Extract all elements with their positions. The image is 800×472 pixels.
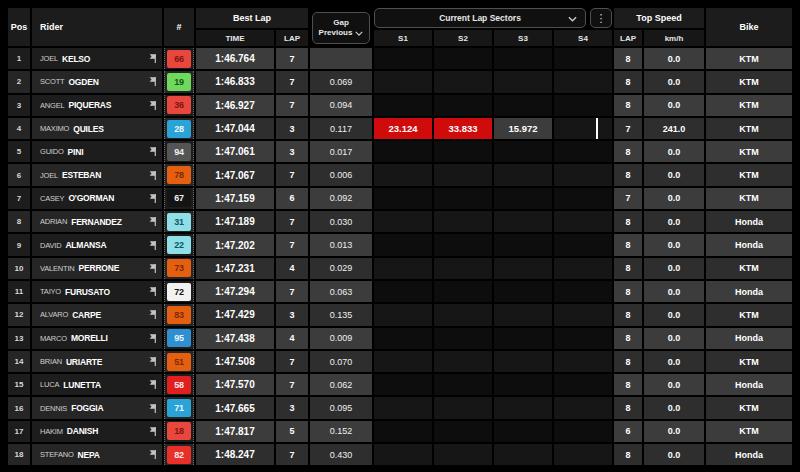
sector-s2-cell — [434, 304, 492, 325]
best-lap-lap: 3 — [276, 397, 308, 418]
current-lap-value: 8 — [614, 351, 642, 372]
gap-previous-value: 0.013 — [310, 234, 372, 255]
sector-s2-cell — [434, 164, 492, 185]
sector-s4-cell — [554, 258, 612, 279]
best-lap-time: 1:47.508 — [196, 351, 274, 372]
rider-number-cell: 78 — [164, 164, 194, 185]
pit-flag-icon — [148, 170, 158, 181]
best-lap-time: 1:47.294 — [196, 281, 274, 302]
sector-s4-cell — [554, 397, 612, 418]
sector-s1-cell: 23.124 — [374, 118, 432, 139]
sector-s1-cell — [374, 397, 432, 418]
position-cell: 17 — [8, 421, 30, 442]
position-cell: 14 — [8, 351, 30, 372]
rider-cell: MAXIMO QUILES — [32, 118, 162, 139]
gap-mode-dropdown[interactable]: Gap Previous — [312, 12, 370, 44]
table-row[interactable]: 11 TAIYO FURUSATO 72 1:47.294 7 0.063 8 … — [8, 281, 792, 302]
pit-flag-icon — [148, 356, 158, 367]
position-cell: 8 — [8, 211, 30, 232]
sector-s4-cell — [554, 71, 612, 92]
table-row[interactable]: 15 LUCA LUNETTA 58 1:47.570 7 0.062 8 0.… — [8, 374, 792, 395]
table-row[interactable]: 10 VALENTIN PERRONE 73 1:47.231 4 0.029 … — [8, 258, 792, 279]
bike-name: KTM — [706, 304, 792, 325]
gap-previous-value: 0.009 — [310, 328, 372, 349]
top-speed-value: 0.0 — [644, 48, 704, 69]
best-lap-lap: 7 — [276, 444, 308, 465]
table-header: Pos Rider # Best Lap TIME LAP Gap Previo… — [8, 8, 792, 46]
header-top-speed: Top Speed — [614, 8, 704, 28]
rider-lastname: NEPA — [78, 450, 100, 460]
rider-number-cell: 73 — [164, 258, 194, 279]
position-cell: 15 — [8, 374, 30, 395]
table-row[interactable]: 1 JOEL KELSO 66 1:46.764 7 8 0.0 KTM — [8, 48, 792, 69]
rider-lastname: QUILES — [73, 124, 103, 134]
best-lap-lap: 4 — [276, 258, 308, 279]
table-row[interactable]: 17 HAKIM DANISH 18 1:47.817 5 0.152 6 0.… — [8, 421, 792, 442]
top-speed-value: 0.0 — [644, 328, 704, 349]
sector-s1-cell — [374, 374, 432, 395]
sector-s2-cell: 33.833 — [434, 118, 492, 139]
bike-name: Honda — [706, 211, 792, 232]
sector-s2-cell — [434, 141, 492, 162]
sector-s2-cell — [434, 258, 492, 279]
gap-previous-value: 0.063 — [310, 281, 372, 302]
kebab-menu-icon[interactable]: ⋮ — [590, 8, 612, 28]
rider-number-cell: 83 — [164, 304, 194, 325]
rider-firstname: STEFANO — [40, 450, 74, 459]
pit-flag-icon — [148, 146, 158, 157]
sector-s3-cell: 15.972 — [494, 118, 552, 139]
table-row[interactable]: 16 DENNIS FOGGIA 71 1:47.665 3 0.095 8 0… — [8, 397, 792, 418]
table-row[interactable]: 6 JOEL ESTEBAN 78 1:47.067 7 0.006 8 0.0… — [8, 164, 792, 185]
rider-cell: TAIYO FURUSATO — [32, 281, 162, 302]
rider-lastname: MORELLI — [71, 333, 108, 343]
best-lap-lap: 7 — [276, 351, 308, 372]
rider-number-badge: 67 — [167, 189, 191, 207]
position-cell: 12 — [8, 304, 30, 325]
header-bike: Bike — [706, 8, 792, 46]
table-body: 1 JOEL KELSO 66 1:46.764 7 8 0.0 KTM 2 S… — [8, 48, 792, 465]
header-best-lap-group: Best Lap TIME LAP — [196, 8, 308, 46]
best-lap-time: 1:46.833 — [196, 71, 274, 92]
top-speed-value: 0.0 — [644, 95, 704, 116]
gap-previous-value: 0.430 — [310, 444, 372, 465]
table-row[interactable]: 5 GUIDO PINI 94 1:47.061 3 0.017 8 0.0 K… — [8, 141, 792, 162]
timing-table: Pos Rider # Best Lap TIME LAP Gap Previo… — [8, 8, 792, 465]
rider-number-cell: 31 — [164, 211, 194, 232]
table-row[interactable]: 7 CASEY O'GORMAN 67 1:47.159 6 0.092 7 0… — [8, 188, 792, 209]
sector-s1-cell — [374, 188, 432, 209]
best-lap-lap: 7 — [276, 95, 308, 116]
rider-cell: JOEL ESTEBAN — [32, 164, 162, 185]
top-speed-value: 0.0 — [644, 421, 704, 442]
table-row[interactable]: 9 DAVID ALMANSA 22 1:47.202 7 0.013 8 0.… — [8, 234, 792, 255]
sector-s3-cell — [494, 304, 552, 325]
current-lap-value: 8 — [614, 141, 642, 162]
table-row[interactable]: 2 SCOTT OGDEN 19 1:46.833 7 0.069 8 0.0 … — [8, 71, 792, 92]
top-speed-value: 0.0 — [644, 234, 704, 255]
table-row[interactable]: 4 MAXIMO QUILES 28 1:47.044 3 0.117 23.1… — [8, 118, 792, 139]
table-row[interactable]: 8 ADRIAN FERNANDEZ 31 1:47.189 7 0.030 8… — [8, 211, 792, 232]
position-cell: 13 — [8, 328, 30, 349]
gap-previous-value: 0.092 — [310, 188, 372, 209]
sector-s4-cell — [554, 304, 612, 325]
table-row[interactable]: 18 STEFANO NEPA 82 1:48.247 7 0.430 8 0.… — [8, 444, 792, 465]
header-rider: Rider — [32, 8, 162, 46]
bike-name: Honda — [706, 281, 792, 302]
best-lap-time: 1:47.817 — [196, 421, 274, 442]
position-cell: 3 — [8, 95, 30, 116]
sector-s1-cell — [374, 304, 432, 325]
table-row[interactable]: 13 MARCO MORELLI 95 1:47.438 4 0.009 8 0… — [8, 328, 792, 349]
gap-previous-value: 0.152 — [310, 421, 372, 442]
pit-flag-icon — [148, 263, 158, 274]
table-row[interactable]: 12 ALVARO CARPE 83 1:47.429 3 0.135 8 0.… — [8, 304, 792, 325]
best-lap-time: 1:46.764 — [196, 48, 274, 69]
top-speed-value: 0.0 — [644, 211, 704, 232]
table-row[interactable]: 14 BRIAN URIARTE 51 1:47.508 7 0.070 8 0… — [8, 351, 792, 372]
sector-mode-dropdown[interactable]: Current Lap Sectors — [374, 8, 586, 28]
sector-s3-cell — [494, 421, 552, 442]
position-cell: 5 — [8, 141, 30, 162]
rider-cell: ALVARO CARPE — [32, 304, 162, 325]
current-lap-value: 6 — [614, 421, 642, 442]
sector-s1-cell — [374, 421, 432, 442]
rider-firstname: HAKIM — [40, 427, 63, 436]
table-row[interactable]: 3 ANGEL PIQUERAS 36 1:46.927 7 0.094 8 0… — [8, 95, 792, 116]
